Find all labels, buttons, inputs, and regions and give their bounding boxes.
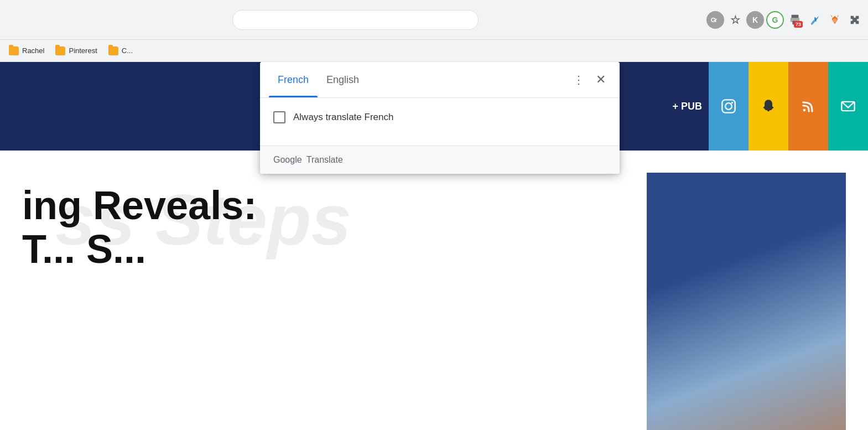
google-brand-text: Google	[273, 155, 302, 165]
grammarly-extension-icon[interactable]: G	[766, 11, 784, 29]
page-content: French English ⋮ ✕ Always translate Fren…	[0, 62, 868, 430]
svg-point-12	[803, 109, 806, 112]
pub-button[interactable]: + PUB	[672, 101, 702, 112]
rss-social-button[interactable]	[788, 62, 828, 151]
omnibox[interactable]	[232, 10, 479, 30]
more-options-button[interactable]: ⋮	[569, 70, 589, 90]
puzzle-extension-icon[interactable]	[846, 11, 864, 29]
always-translate-label: Always translate French	[293, 112, 393, 123]
chrome-toolbar: G T ☆ K G 73	[0, 0, 868, 40]
badge-count: 73	[794, 21, 803, 28]
toolbar-extensions: G T ☆ K G 73	[706, 11, 864, 29]
google-translate-brand: Google Translate	[273, 155, 606, 165]
bookmarks-bar: Rachel Pinterest C...	[0, 40, 868, 62]
bookmark-rachel[interactable]: Rachel	[4, 44, 49, 58]
article-text: ss Steps ing Reveals: T... S...	[22, 173, 647, 271]
svg-point-11	[731, 102, 734, 104]
translate-brand-text: Translate	[304, 155, 343, 165]
badge-extension-icon[interactable]: 73	[786, 11, 804, 29]
bookmark-label-rachel: Rachel	[22, 46, 44, 55]
snapchat-social-button[interactable]	[749, 62, 788, 151]
folder-icon-other	[108, 46, 118, 55]
hat-background	[647, 173, 846, 430]
bookmark-other[interactable]: C...	[104, 44, 137, 58]
person-image	[647, 173, 846, 430]
instagram-social-button[interactable]	[709, 62, 749, 151]
bookmark-label-other: C...	[122, 46, 133, 55]
popup-footer: Google Translate	[260, 146, 620, 174]
svg-point-10	[725, 103, 732, 110]
folder-icon-pinterest	[55, 46, 65, 55]
popup-header: French English ⋮ ✕	[260, 62, 620, 97]
translate-popup: French English ⋮ ✕ Always translate Fren…	[260, 62, 620, 174]
article-title-line2: T... S...	[22, 227, 647, 271]
folder-icon-rachel	[9, 46, 19, 55]
always-translate-row: Always translate French	[273, 109, 606, 134]
bookmark-label-pinterest: Pinterest	[69, 46, 97, 55]
google-translate-extension-icon[interactable]: G T	[706, 11, 724, 29]
source-language-tab[interactable]: French	[269, 62, 318, 97]
social-icons-bar	[709, 62, 868, 151]
article-title-line1: ing Reveals:	[22, 173, 647, 227]
article-area: ss Steps ing Reveals: T... S...	[0, 151, 868, 430]
target-language-tab[interactable]: English	[318, 62, 368, 97]
popup-body: Always translate French	[260, 98, 620, 146]
svg-point-8	[833, 18, 836, 22]
svg-text:T: T	[714, 18, 717, 23]
svg-rect-9	[722, 100, 735, 112]
email-social-button[interactable]	[828, 62, 868, 151]
close-popup-button[interactable]: ✕	[591, 70, 611, 90]
fox-extension-icon[interactable]	[826, 11, 844, 29]
always-translate-checkbox[interactable]	[273, 111, 285, 123]
bookmark-pinterest[interactable]: Pinterest	[51, 44, 101, 58]
k-extension-icon[interactable]: K	[746, 11, 764, 29]
bookmark-star-icon[interactable]: ☆	[726, 11, 744, 29]
bird-extension-icon[interactable]	[806, 11, 824, 29]
